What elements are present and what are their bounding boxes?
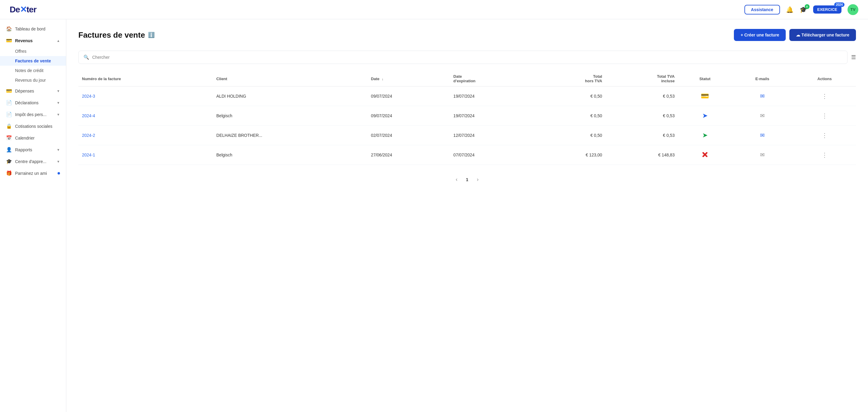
invoice-link[interactable]: 2024-2 <box>82 133 95 138</box>
cell-total-hors-tva: € 0,50 <box>535 87 606 106</box>
logo: De✕ter <box>10 4 36 14</box>
cell-date-expiration: 07/07/2024 <box>450 145 535 165</box>
graduation-icon-wrap[interactable]: 🎓 0 <box>800 6 807 13</box>
gift-icon: 🎁 <box>6 170 12 176</box>
cell-statut: ➤ <box>678 126 732 145</box>
logo-area: De✕ter <box>10 4 36 14</box>
logo-text: De✕ter <box>10 4 36 14</box>
sidebar-label-calendrier: Calendrier <box>15 136 35 140</box>
pagination-next[interactable]: › <box>473 175 482 185</box>
invoice-table-container: Numéro de la facture Client Date ↓ Dated… <box>79 71 856 165</box>
page-title: Factures de vente <box>79 30 145 40</box>
cell-numero: 2024-4 <box>79 106 213 126</box>
chevron-down-icon-declarations: ▼ <box>57 101 60 104</box>
sidebar-label-rapports: Rapports <box>15 147 32 152</box>
doc-icon-declarations: 📄 <box>6 100 12 105</box>
col-client: Client <box>213 71 367 87</box>
cell-actions: ⋮ <box>793 126 856 145</box>
sidebar-item-revenus-du-jour[interactable]: Revenus du jour <box>0 75 66 85</box>
assistance-button[interactable]: Assistance <box>744 5 780 14</box>
sidebar-label-factures-de-vente: Factures de vente <box>15 59 51 63</box>
sidebar-item-notes-de-credit[interactable]: Notes de crédit <box>0 66 66 75</box>
sidebar-item-offres[interactable]: Offres <box>0 46 66 56</box>
cell-date: 27/06/2024 <box>367 145 450 165</box>
sidebar-label-revenus-du-jour: Revenus du jour <box>15 78 46 83</box>
status-icon-cancelled: 🗙 <box>702 151 708 159</box>
sidebar-item-cotisations-sociales[interactable]: 🔒 Cotisations sociales <box>0 120 66 132</box>
person-icon-rapports: 👤 <box>6 147 12 153</box>
sidebar-item-centre-dappre[interactable]: 🎓 Centre d'appre... ▼ <box>0 156 66 167</box>
search-icon: 🔍 <box>84 55 89 60</box>
cell-statut: 💳 <box>678 87 732 106</box>
bell-icon: 🔔 <box>786 6 794 13</box>
cell-actions: ⋮ <box>793 145 856 165</box>
notifications-icon-wrap[interactable]: 🔔 <box>786 6 794 13</box>
invoice-link[interactable]: 2024-3 <box>82 94 95 99</box>
sidebar-item-declarations[interactable]: 📄 Déclarations ▼ <box>0 97 66 108</box>
main-content: Factures de vente ℹ️ + Créer une facture… <box>66 19 868 412</box>
sidebar-item-depenses[interactable]: 💳 Dépenses ▼ <box>0 85 66 97</box>
invoice-table: Numéro de la facture Client Date ↓ Dated… <box>79 71 856 165</box>
page-title-wrap: Factures de vente ℹ️ <box>79 30 155 40</box>
cell-total-tva-incluse: € 148,83 <box>606 145 678 165</box>
pagination-prev[interactable]: ‹ <box>452 175 461 185</box>
actions-menu-button[interactable]: ⋮ <box>819 150 830 160</box>
invoice-link[interactable]: 2024-1 <box>82 153 95 157</box>
cell-date-expiration: 19/07/2024 <box>450 87 535 106</box>
actions-menu-button[interactable]: ⋮ <box>819 130 830 140</box>
sidebar-label-revenus: Revenus <box>15 38 33 43</box>
home-icon: 🏠 <box>6 26 12 32</box>
sidebar-item-factures-de-vente[interactable]: Factures de vente <box>0 56 66 66</box>
sidebar-item-tableau-de-bord[interactable]: 🏠 Tableau de bord <box>0 23 66 35</box>
sidebar-item-rapports[interactable]: 👤 Rapports ▼ <box>0 144 66 156</box>
calendar-icon: 📅 <box>6 135 12 141</box>
search-input[interactable] <box>92 55 842 60</box>
sidebar-label-tableau-de-bord: Tableau de bord <box>15 27 45 31</box>
cell-email: ✉ <box>732 87 793 106</box>
cell-total-tva-incluse: € 0,53 <box>606 126 678 145</box>
info-icon[interactable]: ℹ️ <box>148 32 155 38</box>
sidebar-item-revenus[interactable]: 💳 Revenus ▲ <box>0 35 66 46</box>
cell-numero: 2024-1 <box>79 145 213 165</box>
sidebar-item-calendrier[interactable]: 📅 Calendrier <box>0 132 66 144</box>
col-total-hors-tva: Totalhors TVA <box>535 71 606 87</box>
col-emails: E-mails <box>732 71 793 87</box>
cell-statut: 🗙 <box>678 145 732 165</box>
cell-total-tva-incluse: € 0,53 <box>606 87 678 106</box>
actions-menu-button[interactable]: ⋮ <box>819 91 830 101</box>
col-date[interactable]: Date ↓ <box>367 71 450 87</box>
sidebar-item-impot-des-pers[interactable]: 📄 Impôt des pers... ▼ <box>0 108 66 120</box>
email-unsent-icon: ✉ <box>760 152 765 158</box>
status-icon-paid: 💳 <box>701 92 709 100</box>
cell-total-tva-incluse: € 0,53 <box>606 106 678 126</box>
col-date-expiration: Dated'expiration <box>450 71 535 87</box>
table-row: 2024-4 Belgisch 09/07/2024 19/07/2024 € … <box>79 106 856 126</box>
layout: 🏠 Tableau de bord 💳 Revenus ▲ Offres Fac… <box>0 19 868 412</box>
avatar[interactable]: TV <box>847 4 858 15</box>
cell-email: ✉ <box>732 106 793 126</box>
card-icon-revenus: 💳 <box>6 38 12 43</box>
top-header: De✕ter Assistance 🔔 🎓 0 EXERCICE 2024 TV <box>0 0 868 19</box>
cell-date: 09/07/2024 <box>367 87 450 106</box>
create-invoice-button[interactable]: + Créer une facture <box>734 29 786 41</box>
col-numero: Numéro de la facture <box>79 71 213 87</box>
sidebar-item-parrainez-ami[interactable]: 🎁 Parrainez un ami <box>0 167 66 179</box>
page-header: Factures de vente ℹ️ + Créer une facture… <box>79 29 856 41</box>
status-icon-sent-green: ➤ <box>702 131 708 139</box>
actions-menu-button[interactable]: ⋮ <box>819 111 830 121</box>
cell-email: ✉ <box>732 126 793 145</box>
graduation-badge: 0 <box>805 4 809 9</box>
cell-client: ALDI HOLDING <box>213 87 367 106</box>
logo-x: ✕ <box>20 5 27 14</box>
exercice-year: 2024 <box>834 2 844 7</box>
exercice-button[interactable]: EXERCICE 2024 <box>813 5 841 13</box>
search-bar: 🔍 <box>79 51 847 64</box>
chevron-down-icon-impot: ▼ <box>57 113 60 116</box>
upload-invoice-button[interactable]: ☁ Télécharger une facture <box>789 29 856 41</box>
chevron-down-icon-rapports: ▼ <box>57 148 60 152</box>
invoice-link[interactable]: 2024-4 <box>82 113 95 118</box>
filter-button[interactable]: ☰ <box>851 54 856 61</box>
cell-date: 02/07/2024 <box>367 126 450 145</box>
col-actions: Actions <box>793 71 856 87</box>
table-row: 2024-1 Belgisch 27/06/2024 07/07/2024 € … <box>79 145 856 165</box>
